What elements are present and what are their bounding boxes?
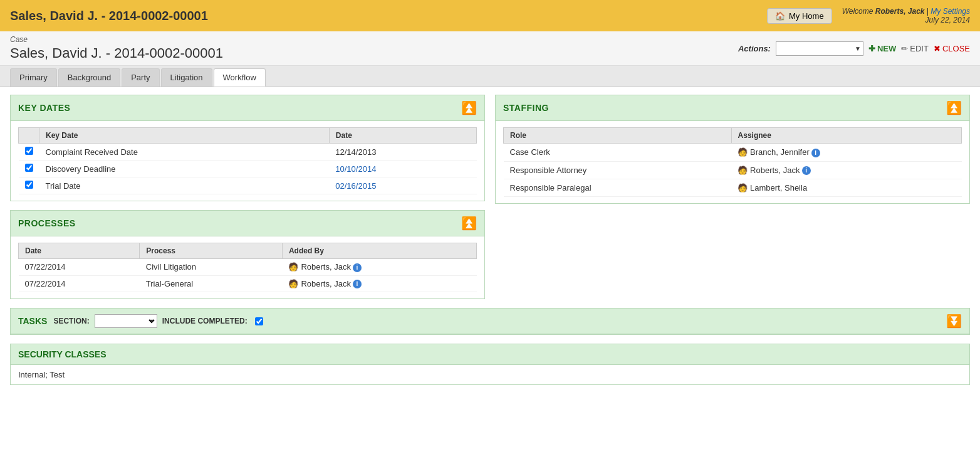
process-date: 07/22/2014 <box>19 275 140 292</box>
tab-background[interactable]: Background <box>58 68 120 87</box>
key-date-value[interactable]: 10/10/2014 <box>329 161 476 177</box>
key-dates-collapse-button[interactable]: ⏫ <box>461 100 477 115</box>
staffing-assignee: 🧑Roberts, Jacki <box>731 161 961 179</box>
process-added-by: 🧑Roberts, Jacki <box>282 259 476 276</box>
edit-button[interactable]: ✏ EDIT <box>901 44 929 53</box>
edit-label: EDIT <box>910 44 929 53</box>
content-grid: KEY DATES ⏫ Key Date Date <box>10 95 970 308</box>
key-dates-body: Key Date Date Complaint Received Date12/… <box>11 121 484 201</box>
checkbox-cell <box>19 177 39 194</box>
main-content: KEY DATES ⏫ Key Date Date <box>0 87 980 401</box>
tasks-section: TASKS SECTION: INCLUDE COMPLETED: ⏬ <box>10 308 970 335</box>
new-button[interactable]: ✚ NEW <box>868 44 896 53</box>
processes-col-added-by: Added By <box>282 243 476 259</box>
table-row: Responsible Paralegal🧑Lambert, Sheila <box>504 179 962 197</box>
staffing-tbody: Case Clerk🧑Branch, JenniferiResponsible … <box>504 144 962 197</box>
tab-workflow[interactable]: Workflow <box>214 68 266 87</box>
info-icon[interactable]: i <box>802 166 811 175</box>
tab-litigation[interactable]: Litigation <box>161 68 212 87</box>
security-classes-header: SECURITY CLASSES <box>11 344 969 365</box>
processes-body: Date Process Added By 07/22/2014Civil Li… <box>11 236 484 298</box>
key-dates-col-date: Date <box>329 128 476 144</box>
key-date-checkbox[interactable] <box>25 164 33 172</box>
processes-col-process: Process <box>140 243 283 259</box>
header-title: Sales, David J. - 2014-0002-00001 <box>10 9 208 23</box>
header-right: 🏠 My Home Welcome Roberts, Jack | My Set… <box>767 7 970 24</box>
info-icon[interactable]: i <box>353 280 362 288</box>
checkbox-cell <box>19 144 39 161</box>
right-column: STAFFING ⏫ Role Assignee <box>495 95 970 308</box>
security-classes-section: SECURITY CLASSES Internal; Test <box>10 344 970 385</box>
case-title: Sales, David J. - 2014-0002-00001 <box>10 45 223 61</box>
edit-icon: ✏ <box>901 44 908 53</box>
process-date: 07/22/2014 <box>19 259 140 276</box>
processes-col-date: Date <box>19 243 140 259</box>
process-added-by: 🧑Roberts, Jacki <box>282 275 476 292</box>
tab-primary[interactable]: Primary <box>10 68 57 87</box>
security-classes-value: Internal; Test <box>18 370 65 379</box>
staffing-col-role: Role <box>504 128 732 144</box>
staffing-role: Responsible Paralegal <box>504 179 732 197</box>
tasks-collapse-button[interactable]: ⏬ <box>946 314 962 329</box>
staffing-assignee: 🧑Branch, Jenniferi <box>731 144 961 162</box>
case-label: Case <box>10 35 223 44</box>
key-dates-panel: KEY DATES ⏫ Key Date Date <box>10 95 485 201</box>
info-icon[interactable]: i <box>353 263 362 272</box>
user-name: Roberts, Jack <box>875 7 925 16</box>
tasks-title: TASKS <box>18 316 47 326</box>
welcome-text: Welcome Roberts, Jack | My Settings July… <box>842 7 970 24</box>
key-date-checkbox[interactable] <box>25 147 33 155</box>
key-dates-col-name: Key Date <box>39 128 330 144</box>
person-icon: 🧑 <box>738 147 748 157</box>
section-select-wrapper <box>95 314 157 328</box>
processes-collapse-button[interactable]: ⏫ <box>461 216 477 231</box>
chevron-up-icon: ⏫ <box>461 101 477 115</box>
processes-header: PROCESSES ⏫ <box>11 211 484 236</box>
staffing-panel: STAFFING ⏫ Role Assignee <box>495 95 970 204</box>
my-settings-link[interactable]: My Settings <box>930 7 970 16</box>
chevron-up-icon-3: ⏫ <box>946 101 962 115</box>
new-icon: ✚ <box>868 44 875 53</box>
person-icon: 🧑 <box>738 166 748 175</box>
key-date-name: Complaint Received Date <box>39 144 330 161</box>
person-icon: 🧑 <box>288 262 298 272</box>
key-dates-tbody: Complaint Received Date12/14/2013Discove… <box>19 144 477 194</box>
my-home-button[interactable]: 🏠 My Home <box>767 8 832 24</box>
security-classes-title: SECURITY CLASSES <box>18 349 107 359</box>
key-date-value[interactable]: 02/16/2015 <box>329 177 476 194</box>
tab-party[interactable]: Party <box>122 68 159 87</box>
staffing-col-assignee: Assignee <box>731 128 961 144</box>
staffing-collapse-button[interactable]: ⏫ <box>946 100 962 115</box>
section-select[interactable] <box>95 314 157 328</box>
include-completed-checkbox[interactable] <box>255 317 263 325</box>
actions-dropdown-wrapper <box>776 41 863 56</box>
include-completed-label: INCLUDE COMPLETED: <box>162 317 248 325</box>
processes-tbody: 07/22/2014Civil Litigation🧑Roberts, Jack… <box>19 259 477 292</box>
key-date-checkbox[interactable] <box>25 181 33 189</box>
table-row: 07/22/2014Civil Litigation🧑Roberts, Jack… <box>19 259 477 276</box>
chevron-up-icon-2: ⏫ <box>461 216 477 230</box>
key-date-value: 12/14/2013 <box>329 144 476 161</box>
staffing-role: Responsible Attorney <box>504 161 732 179</box>
actions-select[interactable] <box>776 41 863 56</box>
key-date-name: Trial Date <box>39 177 330 194</box>
close-icon: ✖ <box>934 44 941 53</box>
person-icon: 🧑 <box>738 183 748 193</box>
tasks-header: TASKS SECTION: INCLUDE COMPLETED: ⏬ <box>11 309 969 334</box>
case-info: Case Sales, David J. - 2014-0002-00001 <box>10 35 223 61</box>
info-icon[interactable]: i <box>811 149 820 157</box>
toolbar-actions: Actions: ✚ NEW ✏ EDIT ✖ CLOSE <box>738 41 970 56</box>
close-button[interactable]: ✖ CLOSE <box>934 44 970 53</box>
staffing-header: STAFFING ⏫ <box>496 95 969 121</box>
key-date-link[interactable]: 10/10/2014 <box>335 164 376 174</box>
tasks-controls: SECTION: INCLUDE COMPLETED: <box>53 314 940 328</box>
table-row: Case Clerk🧑Branch, Jenniferi <box>504 144 962 162</box>
close-label: CLOSE <box>942 44 970 53</box>
key-dates-table: Key Date Date Complaint Received Date12/… <box>18 127 477 194</box>
key-date-link[interactable]: 02/16/2015 <box>335 181 376 191</box>
actions-label: Actions: <box>738 44 771 53</box>
welcome-prefix: Welcome <box>842 7 873 16</box>
toolbar: Case Sales, David J. - 2014-0002-00001 A… <box>0 31 980 66</box>
header-date: July 22, 2014 <box>925 16 970 24</box>
header: Sales, David J. - 2014-0002-00001 🏠 My H… <box>0 0 980 31</box>
